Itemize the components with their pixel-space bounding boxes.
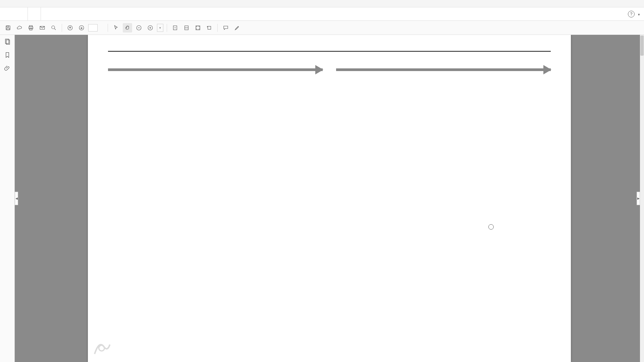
tab-tools[interactable] (12, 7, 24, 20)
separator (217, 24, 218, 32)
menu-bar (0, 0, 644, 7)
tab-start[interactable] (0, 7, 12, 20)
svg-rect-2 (7, 28, 9, 29)
menu-file[interactable] (2, 3, 9, 4)
sidebar (0, 35, 15, 362)
menu-window[interactable] (22, 3, 29, 4)
print-icon[interactable] (26, 23, 36, 33)
rotate-icon[interactable] (205, 23, 214, 33)
svg-rect-1 (7, 26, 9, 27)
collapse-right-icon[interactable]: ▶ (637, 192, 640, 205)
zoom-level[interactable] (157, 24, 163, 32)
arrow-right-icon (336, 68, 551, 71)
search-icon[interactable] (49, 23, 58, 33)
fit-page-icon[interactable] (170, 23, 180, 33)
comment-icon[interactable] (221, 23, 230, 33)
zoom-in-icon[interactable] (146, 23, 155, 33)
tab-document[interactable] (28, 7, 41, 20)
zoom-out-icon[interactable] (134, 23, 144, 33)
page-up-icon[interactable] (65, 23, 75, 33)
fit-width-icon[interactable] (182, 23, 191, 33)
app-logo (90, 335, 113, 360)
menu-edit[interactable] (9, 3, 15, 4)
bookmark-panel-icon[interactable] (4, 52, 11, 60)
save-icon[interactable] (3, 23, 13, 33)
vertical-scrollbar[interactable] (640, 35, 644, 362)
divider (108, 51, 551, 52)
attachment-panel-icon[interactable] (4, 65, 11, 73)
page-down-icon[interactable] (77, 23, 86, 33)
fullscreen-icon[interactable] (193, 23, 203, 33)
separator (62, 24, 62, 32)
menu-view[interactable] (15, 3, 22, 4)
pdf-page (88, 35, 571, 362)
collapse-left-icon[interactable]: ◀ (15, 192, 18, 205)
page-current-input[interactable] (88, 24, 98, 32)
svg-rect-5 (30, 28, 32, 30)
highlight-icon[interactable] (232, 23, 242, 33)
mail-icon[interactable] (38, 23, 47, 33)
cloud-icon[interactable] (15, 23, 24, 33)
help-icon[interactable]: ? (628, 11, 635, 17)
svg-rect-14 (196, 26, 200, 30)
separator (108, 24, 108, 32)
workflow-heading-row (108, 68, 551, 72)
tab-bar: ? (0, 7, 644, 21)
document-canvas[interactable]: ◀ ▶ (15, 35, 644, 362)
toolbar (0, 21, 644, 35)
separator (167, 24, 167, 32)
workspace: ◀ ▶ (0, 35, 644, 362)
svg-rect-15 (208, 26, 211, 29)
pages-panel-icon[interactable] (4, 38, 11, 46)
pointer-icon[interactable] (111, 23, 121, 33)
scrollbar-thumb[interactable] (640, 36, 644, 56)
svg-point-7 (52, 26, 55, 29)
hand-cursor-icon (488, 224, 494, 230)
user-menu[interactable] (638, 11, 640, 17)
menu-help[interactable] (29, 3, 36, 4)
svg-point-18 (99, 345, 105, 351)
hand-icon[interactable] (123, 23, 132, 33)
arrow-left-icon (108, 68, 323, 71)
